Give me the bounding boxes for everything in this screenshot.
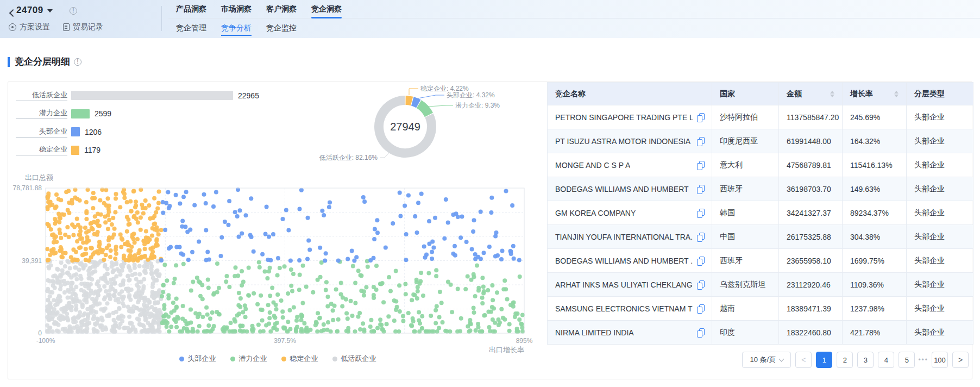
scatter-point[interactable] <box>157 274 161 278</box>
scatter-point[interactable] <box>473 294 478 298</box>
scatter-point[interactable] <box>134 203 138 208</box>
scatter-point[interactable] <box>108 297 112 301</box>
scatter-point[interactable] <box>111 277 116 281</box>
column-header-growth[interactable]: 增长率 <box>843 83 907 105</box>
scatter-point[interactable] <box>265 276 269 280</box>
scatter-point[interactable] <box>186 258 191 262</box>
scatter-point[interactable] <box>493 321 497 325</box>
scatter-point[interactable] <box>238 296 243 301</box>
company-link[interactable]: MONGE AND C S P A <box>555 161 630 170</box>
scatter-point[interactable] <box>99 316 104 320</box>
scatter-point[interactable] <box>108 255 112 259</box>
scatter-point[interactable] <box>299 188 304 192</box>
scatter-point[interactable] <box>267 234 271 239</box>
scatter-point[interactable] <box>237 235 241 239</box>
scatter-point[interactable] <box>200 297 205 301</box>
scatter-point[interactable] <box>398 190 402 195</box>
scatter-point[interactable] <box>237 311 241 316</box>
scatter-point[interactable] <box>65 225 70 229</box>
scatter-point[interactable] <box>476 286 481 290</box>
scatter-point[interactable] <box>46 191 51 196</box>
scatter-point[interactable] <box>184 190 189 194</box>
scatter-point[interactable] <box>246 293 250 297</box>
scatter-point[interactable] <box>104 327 108 332</box>
scatter-point[interactable] <box>74 277 79 282</box>
scatter-point[interactable] <box>58 287 62 291</box>
scatter-point[interactable] <box>111 269 116 273</box>
scatter-point[interactable] <box>106 196 110 201</box>
scatter-point[interactable] <box>106 210 111 214</box>
scatter-point[interactable] <box>354 255 359 259</box>
scatter-point[interactable] <box>233 329 237 334</box>
scatter-point[interactable] <box>482 314 486 318</box>
scatter-point[interactable] <box>375 230 380 235</box>
scatter-point[interactable] <box>136 300 140 304</box>
scatter-point[interactable] <box>93 301 98 305</box>
scatter-point[interactable] <box>137 264 142 268</box>
scatter-point[interactable] <box>495 253 500 258</box>
scatter-point[interactable] <box>63 264 67 269</box>
scatter-point[interactable] <box>174 325 179 329</box>
scatter-point[interactable] <box>92 291 96 296</box>
scatter-point[interactable] <box>97 240 102 244</box>
donut-slice-1[interactable] <box>412 101 418 104</box>
scatter-point[interactable] <box>275 273 280 278</box>
scatter-point[interactable] <box>103 220 108 224</box>
scatter-point[interactable] <box>114 298 118 302</box>
scatter-point[interactable] <box>464 240 469 244</box>
section-info-icon[interactable]: ! <box>74 58 81 66</box>
scatter-point[interactable] <box>375 218 379 222</box>
scatter-point[interactable] <box>139 228 143 232</box>
scatter-point[interactable] <box>114 245 118 249</box>
scatter-point[interactable] <box>128 253 133 258</box>
scatter-point[interactable] <box>112 233 116 237</box>
scatter-point[interactable] <box>46 258 50 263</box>
scatter-point[interactable] <box>125 200 129 204</box>
scatter-point[interactable] <box>79 288 84 292</box>
scatter-point[interactable] <box>154 309 159 314</box>
scatter-point[interactable] <box>392 319 397 323</box>
tab-customer-insight[interactable]: 客户洞察 <box>266 0 297 18</box>
scatter-point[interactable] <box>101 277 105 281</box>
scatter-point[interactable] <box>70 201 74 205</box>
scatter-point[interactable] <box>349 299 353 303</box>
scatter-point[interactable] <box>339 292 343 297</box>
scatter-point[interactable] <box>173 277 177 281</box>
scatter-point[interactable] <box>162 263 167 267</box>
scatter-point[interactable] <box>374 264 379 268</box>
scatter-point[interactable] <box>129 328 134 332</box>
scatter-point[interactable] <box>117 292 122 296</box>
scatter-point[interactable] <box>47 316 52 320</box>
scatter-point[interactable] <box>126 289 130 294</box>
scatter-point[interactable] <box>512 257 516 261</box>
scatter-point[interactable] <box>48 203 52 208</box>
scatter-point[interactable] <box>504 189 508 194</box>
scatter-point[interactable] <box>517 258 522 263</box>
scatter-point[interactable] <box>225 274 229 278</box>
scatter-point[interactable] <box>110 282 114 286</box>
scatter-point[interactable] <box>470 247 474 252</box>
scatter-point[interactable] <box>481 291 486 296</box>
copy-icon[interactable] <box>697 233 704 241</box>
scatter-point[interactable] <box>430 257 434 261</box>
scatter-point[interactable] <box>127 222 131 227</box>
scatter-point[interactable] <box>204 305 209 310</box>
scatter-point[interactable] <box>456 287 460 291</box>
scatter-point[interactable] <box>113 324 117 328</box>
scatter-point[interactable] <box>438 290 442 294</box>
scatter-point[interactable] <box>47 303 52 307</box>
bar-segment[interactable] <box>71 127 80 136</box>
scatter-point[interactable] <box>267 269 271 273</box>
scatter-point[interactable] <box>161 283 166 287</box>
company-link[interactable]: TIANJIN YOUFA INTERNATIONAL TRA... <box>555 233 693 241</box>
scatter-point[interactable] <box>252 249 256 254</box>
scatter-point[interactable] <box>95 249 99 253</box>
scatter-point[interactable] <box>200 283 204 288</box>
scatter-point[interactable] <box>87 321 91 326</box>
subtab-competition-analysis[interactable]: 竞争分析 <box>221 21 252 36</box>
scatter-point[interactable] <box>473 257 478 261</box>
scatter-point[interactable] <box>70 281 74 285</box>
scatter-point[interactable] <box>273 315 278 320</box>
scatter-point[interactable] <box>134 199 138 204</box>
scatter-point[interactable] <box>257 260 261 264</box>
